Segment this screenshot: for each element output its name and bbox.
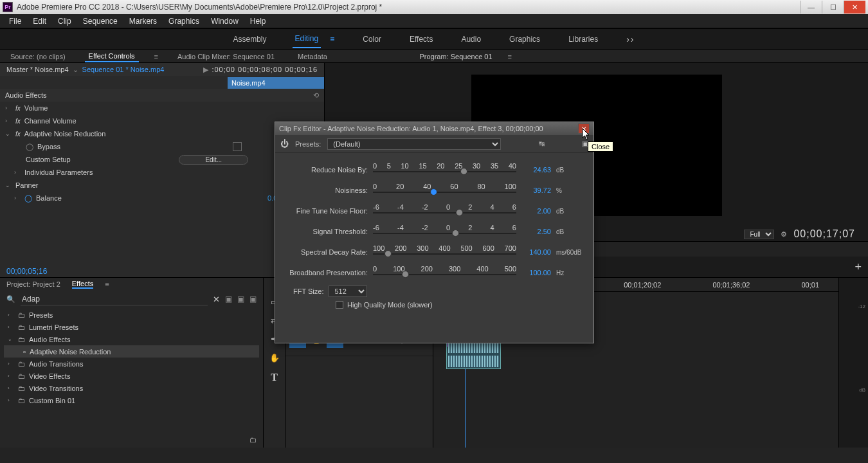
hq-label: High Quality Mode (slower) <box>347 301 433 309</box>
clear-search-icon[interactable]: ✕ <box>213 295 220 304</box>
app-badge: Pr <box>3 2 13 12</box>
node-video-fx[interactable]: Video Effects <box>29 372 70 380</box>
maximize-button[interactable]: ☐ <box>822 1 844 14</box>
hand-tool-icon[interactable]: ✋ <box>269 353 280 363</box>
type-tool-icon[interactable]: T <box>271 372 278 383</box>
ec-clip-bar[interactable]: Noise.mp4 <box>228 77 324 89</box>
add-button-icon[interactable]: + <box>854 260 862 274</box>
panel-menu-icon[interactable]: ≡ <box>327 31 337 48</box>
edit-button[interactable]: Edit... <box>179 155 248 165</box>
preset-icon[interactable]: ▣ <box>225 295 232 304</box>
effect-panner[interactable]: Panner <box>15 181 319 189</box>
param-value[interactable]: 2.50 <box>521 228 551 235</box>
preset-icon-3[interactable]: ▣ <box>249 295 257 304</box>
tab-audio-mixer[interactable]: Audio Clip Mixer: Sequence 01 <box>174 51 278 62</box>
param-value[interactable]: 2.00 <box>521 207 551 215</box>
tab-effects[interactable]: Effects <box>72 280 93 289</box>
clip-fx-editor-dialog: Clip Fx Editor - Adaptive Noise Reductio… <box>275 122 594 343</box>
close-tooltip: Close <box>588 141 613 152</box>
settings-icon[interactable]: ⚙ <box>781 230 787 239</box>
menu-file[interactable]: File <box>4 15 26 27</box>
param-label: Broadband Preservation: <box>284 269 368 277</box>
menu-graphics[interactable]: Graphics <box>163 15 204 27</box>
workspace-libraries[interactable]: Libraries <box>566 31 601 48</box>
param-unit: dB <box>556 228 584 235</box>
effects-tree: ›🗀Presets ›🗀Lumetri Presets ⌄🗀Audio Effe… <box>0 307 263 432</box>
workspace-bar: Assembly Editing ≡ Color Effects Audio G… <box>0 28 868 50</box>
dialog-title: Clip Fx Editor - Adaptive Noise Reductio… <box>279 125 543 132</box>
param-label: Reduce Noise By: <box>284 166 368 174</box>
clip-master-label[interactable]: Master * Noise.mp4 <box>6 66 69 73</box>
param-value[interactable]: 140.00 <box>521 248 551 256</box>
param-value[interactable]: 39.72 <box>521 186 551 194</box>
window-close-button[interactable]: ✕ <box>844 1 865 14</box>
effect-item-icon: ▫ <box>23 348 26 356</box>
menu-clip[interactable]: Clip <box>53 15 77 27</box>
new-bin-icon[interactable]: 🗀 <box>249 436 257 444</box>
param-slider[interactable]: 020406080100 <box>373 183 516 198</box>
param-unit: % <box>556 187 584 194</box>
routing-icon[interactable]: ↹ <box>539 140 545 148</box>
param-label: Spectral Decay Rate: <box>284 248 368 256</box>
param-label: Noisiness: <box>284 186 368 194</box>
effects-panel: Project: Project 2 Effects ≡ 🔍 ✕ ▣ ▣ ▣ ›… <box>0 278 264 448</box>
node-presets[interactable]: Presets <box>29 311 53 319</box>
program-timecode[interactable]: 00;00;17;07 <box>793 228 855 240</box>
param-slider[interactable]: 0510152025303540 <box>373 162 516 177</box>
param-bypass[interactable]: Bypass <box>37 143 229 150</box>
menu-markers[interactable]: Markers <box>124 15 162 27</box>
window-title: Adobe Premiere Pro CC 2018 - C:\Users\US… <box>17 3 800 12</box>
node-custom-bin[interactable]: Custom Bin 01 <box>29 397 75 404</box>
minimize-button[interactable]: — <box>800 1 822 14</box>
workspace-effects[interactable]: Effects <box>407 31 435 48</box>
fft-select[interactable]: 512 <box>329 286 367 297</box>
workspace-audio[interactable]: Audio <box>458 31 484 48</box>
power-icon[interactable]: ⏻ <box>280 139 289 149</box>
tab-metadata[interactable]: Metadata <box>294 51 331 62</box>
tab-project[interactable]: Project: Project 2 <box>6 280 60 288</box>
window-titlebar: Pr Adobe Premiere Pro CC 2018 - C:\Users… <box>0 0 868 14</box>
panel-tabs: Source: (no clips) Effect Controls ≡ Aud… <box>0 50 868 63</box>
ec-mini-ruler: :00;00 00;00;08;00 00;00;16 <box>212 66 318 73</box>
effects-search-input[interactable] <box>21 293 208 305</box>
workspace-graphics[interactable]: Graphics <box>507 31 543 48</box>
param-slider[interactable]: -6-4-20246 <box>373 224 516 239</box>
clip-sequence-label[interactable]: Sequence 01 * Noise.mp4 <box>82 66 165 73</box>
ec-section-audio-effects: Audio Effects <box>5 91 309 99</box>
node-audio-effects[interactable]: Audio Effects <box>29 336 71 343</box>
param-unit: dB <box>556 167 584 174</box>
resolution-select[interactable]: Full <box>744 230 774 239</box>
node-lumetri[interactable]: Lumetri Presets <box>29 323 78 331</box>
param-slider[interactable]: -6-4-20246 <box>373 203 516 219</box>
hq-checkbox[interactable] <box>336 301 343 309</box>
bypass-checkbox[interactable] <box>233 142 242 151</box>
node-video-trans[interactable]: Video Transitions <box>29 385 83 392</box>
workspace-assembly[interactable]: Assembly <box>231 31 269 48</box>
menu-window[interactable]: Window <box>206 15 244 27</box>
param-slider[interactable]: 0100200300400500 <box>373 265 516 280</box>
preset-icon-2[interactable]: ▣ <box>237 295 244 304</box>
chevron-down-icon: ⌄ <box>73 66 78 74</box>
node-audio-trans[interactable]: Audio Transitions <box>29 360 83 368</box>
param-value[interactable]: 100.00 <box>521 269 551 277</box>
workspace-editing[interactable]: Editing <box>293 30 321 48</box>
param-slider[interactable]: 100200300400500600700 <box>373 244 516 260</box>
menu-sequence[interactable]: Sequence <box>78 15 123 27</box>
dialog-close-button[interactable]: ✕ <box>578 123 590 134</box>
menu-edit[interactable]: Edit <box>28 15 51 27</box>
menu-help[interactable]: Help <box>245 15 271 27</box>
tab-effect-controls[interactable]: Effect Controls <box>85 51 139 62</box>
presets-select[interactable]: (Default) <box>327 138 501 150</box>
param-balance[interactable]: Balance <box>36 194 264 202</box>
node-anr[interactable]: Adaptive Noise Reduction <box>30 348 111 356</box>
param-value[interactable]: 24.63 <box>521 166 551 174</box>
param-label: Signal Threshold: <box>284 228 368 235</box>
param-custom-setup: Custom Setup <box>26 156 175 163</box>
tab-program[interactable]: Program: Sequence 01 <box>419 53 492 60</box>
workspace-overflow-icon[interactable]: ›› <box>624 30 637 48</box>
tab-source[interactable]: Source: (no clips) <box>6 51 69 62</box>
effect-volume[interactable]: Volume <box>24 104 319 112</box>
param-unit: Hz <box>556 269 584 277</box>
workspace-color[interactable]: Color <box>360 31 384 48</box>
audio-meters: -12 dB <box>838 278 868 448</box>
